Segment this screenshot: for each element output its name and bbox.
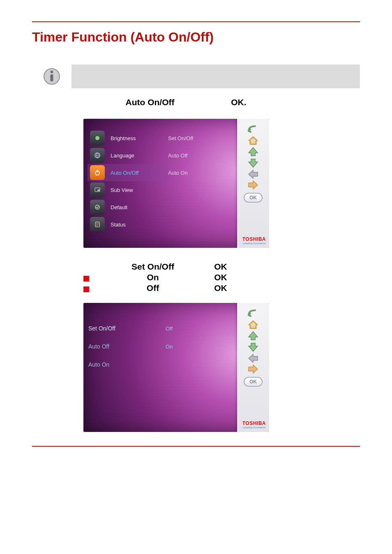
svg-rect-9 [97,189,99,191]
bullet-label: Off [118,283,188,293]
arrow-down-icon [247,157,259,169]
step2-header-a: Set On/Off [118,262,188,272]
power-icon [90,165,105,180]
globe-icon [90,148,105,163]
arrow-up-icon [247,330,259,342]
ok-button-icon: OK [244,193,263,203]
step2-header-b: OK [188,262,254,272]
tv1-menu-subview: Sub View [88,181,168,199]
tv-screen-photo-2: Set On/Off Auto Off Auto On Off On OK TO… [83,303,269,432]
bullet-label: On [118,272,188,282]
info-callout-row [32,65,360,88]
step1-keyword-a: Auto On/Off [126,97,175,107]
tv1-menu-column: Brightness Language Auto On/Off [88,129,168,233]
brightness-icon [90,131,105,145]
step-instruction-2: Set On/Off OK On OK Off OK [83,262,363,293]
bullet-action: OK [188,272,254,282]
arrow-left-icon [247,353,259,364]
arrow-right-icon [247,180,259,190]
info-icon [32,68,71,85]
tv1-menu-label: Auto On/Off [111,170,138,176]
bottom-rule [32,446,360,447]
back-arrow-icon [247,124,259,135]
tv2-nav-panel: OK TOSHIBA Leading Innovation [237,303,269,432]
svg-rect-7 [97,170,98,172]
tv2-item-autoon: Auto On [88,355,115,374]
step1-keyword-b: OK. [231,97,246,107]
back-arrow-icon [247,308,259,319]
document-page: Timer Function (Auto On/Off) Auto On/Off… [0,0,392,471]
brand-name: TOSHIBA [242,420,266,426]
arrow-right-icon [247,364,259,374]
home-icon [247,135,259,146]
home-icon [247,319,259,330]
tv1-menu-brightness: Brightness [88,129,168,147]
arrow-up-icon [247,146,259,157]
ok-button-icon: OK [244,377,263,387]
tv-screen-photo-1: Brightness Language Auto On/Off [83,119,269,248]
brand-logo: TOSHIBA Leading Innovation [242,236,266,245]
bullet-square-icon [83,276,89,282]
brand-tagline: Leading Innovation [242,242,266,245]
status-icon [90,217,105,232]
svg-rect-3 [51,74,53,81]
step-instruction-1: Auto On/Off OK. [88,97,363,107]
tv1-submenu-item: Auto Off [168,147,217,164]
tv1-menu-label: Brightness [111,135,136,141]
bullet-action: OK [188,283,254,293]
bullet-square-icon [83,286,89,292]
tv2-option-on: On [166,337,173,355]
tv1-menu-auto-onoff: Auto On/Off [88,164,168,181]
info-callout-bar [71,65,360,88]
tv1-submenu-item: Set On/Off [168,129,217,147]
tv1-menu-label: Language [111,152,134,159]
tv1-menu-language: Language [88,147,168,164]
subview-icon [90,182,105,197]
tv1-menu-label: Default [111,204,127,210]
brand-logo: TOSHIBA Leading Innovation [242,420,266,429]
tv2-item-setonoff: Set On/Off [88,319,115,337]
page-title: Timer Function (Auto On/Off) [32,30,360,45]
default-icon [90,200,105,215]
svg-point-2 [51,71,53,74]
bullet-row: On OK [83,272,363,282]
arrow-down-icon [247,342,259,353]
tv1-menu-status: Status [88,216,168,233]
tv1-submenu-column: Set On/Off Auto Off Auto On [168,129,217,181]
tv2-option-off: Off [166,319,173,337]
tv2-item-autooff: Auto Off [88,337,115,355]
brand-name: TOSHIBA [242,236,266,242]
bullet-row: Off OK [83,283,363,293]
tv1-submenu-item: Auto On [168,164,217,181]
brand-tagline: Leading Innovation [242,426,266,429]
svg-point-4 [95,136,99,140]
tv1-menu-default: Default [88,199,168,216]
arrow-left-icon [247,169,259,180]
tv1-menu-label: Status [111,222,126,228]
tv2-right-column: Off On [166,319,173,355]
tv1-nav-panel: OK TOSHIBA Leading Innovation [237,119,269,248]
tv2-left-column: Set On/Off Auto Off Auto On [88,319,115,374]
tv1-menu-label: Sub View [111,187,133,193]
top-rule [32,21,360,22]
